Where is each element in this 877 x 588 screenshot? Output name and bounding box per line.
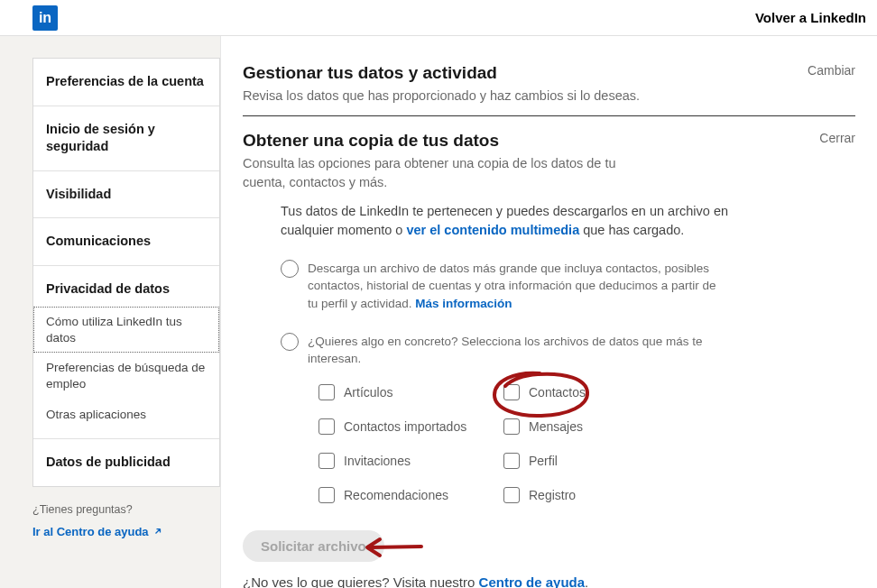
checkbox-articulos[interactable] <box>318 384 335 400</box>
checkbox-invitaciones[interactable] <box>318 453 335 469</box>
help-box: ¿Tienes preguntas? Ir al Centro de ayuda <box>32 503 220 538</box>
main-content: Gestionar tus datos y actividad Cambiar … <box>220 36 877 588</box>
check-item-recomendaciones[interactable]: Recomendaciones <box>318 487 503 503</box>
more-info-link[interactable]: Más información <box>415 297 512 310</box>
nav-communications[interactable]: Comunicaciones <box>33 218 219 266</box>
checkbox-grid: Artículos Contactos Contactos importados… <box>318 384 855 503</box>
nav-visibility[interactable]: Visibilidad <box>33 171 219 219</box>
help-question-label: ¿Tienes preguntas? <box>32 503 220 516</box>
nav-card: Preferencias de la cuenta Inicio de sesi… <box>32 58 220 487</box>
manage-change-link[interactable]: Cambiar <box>808 63 855 78</box>
settings-sidebar: Preferencias de la cuenta Inicio de sesi… <box>0 36 220 588</box>
checkbox-contactos[interactable] <box>503 384 520 400</box>
checkbox-contactos-importados[interactable] <box>318 418 335 435</box>
copy-footer: ¿No ves lo que quieres? Visita nuestro C… <box>243 574 855 588</box>
radio-large-archive[interactable] <box>281 260 299 278</box>
check-item-contactos-importados[interactable]: Contactos importados <box>318 418 503 435</box>
copy-close-link[interactable]: Cerrar <box>819 131 855 145</box>
copy-subtitle: Consulta las opciones para obtener una c… <box>243 154 658 191</box>
radio-specific[interactable] <box>281 333 299 351</box>
check-item-contactos[interactable]: Contactos <box>503 384 688 400</box>
check-item-mensajes[interactable]: Mensajes <box>503 418 688 435</box>
footer-help-center-link[interactable]: Centro de ayuda <box>479 574 586 588</box>
check-item-articulos[interactable]: Artículos <box>318 384 503 400</box>
nav-data-privacy[interactable]: Privacidad de datos <box>33 266 219 308</box>
external-link-icon <box>152 526 163 537</box>
check-item-invitaciones[interactable]: Invitaciones <box>318 453 503 469</box>
manage-subtitle: Revisa los datos que has proporcionado y… <box>243 87 855 105</box>
checkbox-registro[interactable] <box>503 487 520 503</box>
nav-signin-security[interactable]: Inicio de sesión y seguridad <box>33 106 219 171</box>
view-media-link[interactable]: ver el contenido multimedia <box>406 223 579 237</box>
nav-account-preferences[interactable]: Preferencias de la cuenta <box>33 59 219 106</box>
subnav-how-linkedin-uses-data[interactable]: Cómo utiliza LinkedIn tus datos <box>33 307 219 353</box>
section-get-copy: Obtener una copia de tus datos Cerrar Co… <box>243 131 855 588</box>
section-divider <box>243 115 855 116</box>
back-to-linkedin-link[interactable]: Volver a LinkedIn <box>755 10 866 25</box>
linkedin-logo-icon[interactable]: in <box>32 5 58 31</box>
checkbox-recomendaciones[interactable] <box>318 487 335 503</box>
option-large-archive-text: Descarga un archivo de datos más grande … <box>308 260 723 313</box>
option-specific-text: ¿Quieres algo en concreto? Selecciona lo… <box>308 333 723 368</box>
subnav-other-apps[interactable]: Otras aplicaciones <box>33 400 219 430</box>
copy-title: Obtener una copia de tus datos <box>243 131 499 151</box>
nav-sub-group: Cómo utiliza LinkedIn tus datos Preferen… <box>33 307 219 439</box>
option-specific[interactable]: ¿Quieres algo en concreto? Selecciona lo… <box>281 333 855 368</box>
manage-title: Gestionar tus datos y actividad <box>243 63 497 83</box>
checkbox-mensajes[interactable] <box>503 418 520 435</box>
subnav-job-search-preferences[interactable]: Preferencias de búsqueda de empleo <box>33 353 219 399</box>
checkbox-perfil[interactable] <box>503 453 520 469</box>
check-item-perfil[interactable]: Perfil <box>503 453 688 469</box>
nav-ad-data[interactable]: Datos de publicidad <box>33 439 219 486</box>
top-bar: in Volver a LinkedIn <box>0 0 877 36</box>
section-manage-data: Gestionar tus datos y actividad Cambiar … <box>243 63 855 116</box>
help-center-link[interactable]: Ir al Centro de ayuda <box>32 525 163 538</box>
copy-intro: Tus datos de LinkedIn te pertenecen y pu… <box>281 202 732 240</box>
request-archive-button[interactable]: Solicitar archivo <box>243 530 384 562</box>
option-large-archive[interactable]: Descarga un archivo de datos más grande … <box>281 260 855 313</box>
check-item-registro[interactable]: Registro <box>503 487 688 503</box>
